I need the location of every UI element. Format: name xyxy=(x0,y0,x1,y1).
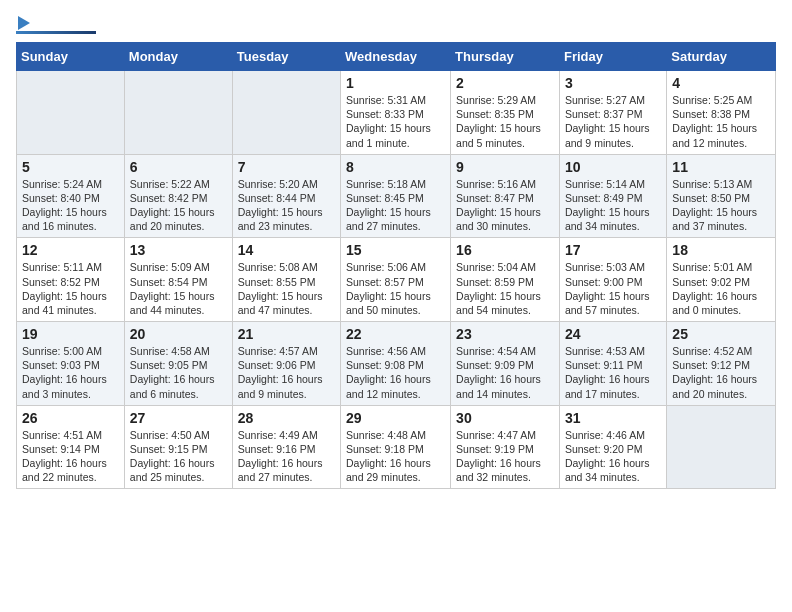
day-info: Sunrise: 5:00 AM Sunset: 9:03 PM Dayligh… xyxy=(22,345,107,400)
day-info: Sunrise: 5:29 AM Sunset: 8:35 PM Dayligh… xyxy=(456,94,541,149)
calendar-week-5: 26Sunrise: 4:51 AM Sunset: 9:14 PM Dayli… xyxy=(17,405,776,489)
calendar-cell: 28Sunrise: 4:49 AM Sunset: 9:16 PM Dayli… xyxy=(232,405,340,489)
calendar-cell: 10Sunrise: 5:14 AM Sunset: 8:49 PM Dayli… xyxy=(559,154,666,238)
day-info: Sunrise: 5:22 AM Sunset: 8:42 PM Dayligh… xyxy=(130,178,215,233)
day-info: Sunrise: 5:24 AM Sunset: 8:40 PM Dayligh… xyxy=(22,178,107,233)
calendar-cell: 27Sunrise: 4:50 AM Sunset: 9:15 PM Dayli… xyxy=(124,405,232,489)
calendar-cell: 22Sunrise: 4:56 AM Sunset: 9:08 PM Dayli… xyxy=(341,322,451,406)
day-info: Sunrise: 5:16 AM Sunset: 8:47 PM Dayligh… xyxy=(456,178,541,233)
day-info: Sunrise: 5:04 AM Sunset: 8:59 PM Dayligh… xyxy=(456,261,541,316)
logo-arrow-icon xyxy=(18,16,30,30)
calendar-cell: 19Sunrise: 5:00 AM Sunset: 9:03 PM Dayli… xyxy=(17,322,125,406)
calendar-cell: 24Sunrise: 4:53 AM Sunset: 9:11 PM Dayli… xyxy=(559,322,666,406)
day-number: 15 xyxy=(346,242,445,258)
day-number: 1 xyxy=(346,75,445,91)
calendar-cell: 4Sunrise: 5:25 AM Sunset: 8:38 PM Daylig… xyxy=(667,71,776,155)
day-number: 4 xyxy=(672,75,770,91)
day-number: 26 xyxy=(22,410,119,426)
calendar-cell: 21Sunrise: 4:57 AM Sunset: 9:06 PM Dayli… xyxy=(232,322,340,406)
calendar-cell: 25Sunrise: 4:52 AM Sunset: 9:12 PM Dayli… xyxy=(667,322,776,406)
weekday-header-thursday: Thursday xyxy=(451,43,560,71)
calendar-cell: 20Sunrise: 4:58 AM Sunset: 9:05 PM Dayli… xyxy=(124,322,232,406)
day-info: Sunrise: 4:50 AM Sunset: 9:15 PM Dayligh… xyxy=(130,429,215,484)
logo-underline xyxy=(16,31,96,34)
day-info: Sunrise: 5:08 AM Sunset: 8:55 PM Dayligh… xyxy=(238,261,323,316)
calendar-week-1: 1Sunrise: 5:31 AM Sunset: 8:33 PM Daylig… xyxy=(17,71,776,155)
day-number: 10 xyxy=(565,159,661,175)
calendar-cell: 23Sunrise: 4:54 AM Sunset: 9:09 PM Dayli… xyxy=(451,322,560,406)
day-number: 9 xyxy=(456,159,554,175)
weekday-header-saturday: Saturday xyxy=(667,43,776,71)
calendar-cell: 17Sunrise: 5:03 AM Sunset: 9:00 PM Dayli… xyxy=(559,238,666,322)
day-number: 14 xyxy=(238,242,335,258)
calendar-week-4: 19Sunrise: 5:00 AM Sunset: 9:03 PM Dayli… xyxy=(17,322,776,406)
weekday-header-friday: Friday xyxy=(559,43,666,71)
day-number: 13 xyxy=(130,242,227,258)
day-info: Sunrise: 5:31 AM Sunset: 8:33 PM Dayligh… xyxy=(346,94,431,149)
day-info: Sunrise: 5:20 AM Sunset: 8:44 PM Dayligh… xyxy=(238,178,323,233)
day-info: Sunrise: 5:11 AM Sunset: 8:52 PM Dayligh… xyxy=(22,261,107,316)
calendar-cell: 2Sunrise: 5:29 AM Sunset: 8:35 PM Daylig… xyxy=(451,71,560,155)
calendar-cell: 26Sunrise: 4:51 AM Sunset: 9:14 PM Dayli… xyxy=(17,405,125,489)
day-info: Sunrise: 4:53 AM Sunset: 9:11 PM Dayligh… xyxy=(565,345,650,400)
day-number: 30 xyxy=(456,410,554,426)
calendar-cell: 11Sunrise: 5:13 AM Sunset: 8:50 PM Dayli… xyxy=(667,154,776,238)
calendar-cell xyxy=(232,71,340,155)
day-info: Sunrise: 4:51 AM Sunset: 9:14 PM Dayligh… xyxy=(22,429,107,484)
day-number: 5 xyxy=(22,159,119,175)
weekday-header-monday: Monday xyxy=(124,43,232,71)
page-header xyxy=(16,16,776,34)
calendar-cell: 18Sunrise: 5:01 AM Sunset: 9:02 PM Dayli… xyxy=(667,238,776,322)
day-number: 11 xyxy=(672,159,770,175)
day-number: 29 xyxy=(346,410,445,426)
day-number: 20 xyxy=(130,326,227,342)
day-number: 7 xyxy=(238,159,335,175)
calendar-week-3: 12Sunrise: 5:11 AM Sunset: 8:52 PM Dayli… xyxy=(17,238,776,322)
weekday-header-wednesday: Wednesday xyxy=(341,43,451,71)
day-number: 8 xyxy=(346,159,445,175)
day-info: Sunrise: 4:54 AM Sunset: 9:09 PM Dayligh… xyxy=(456,345,541,400)
day-number: 16 xyxy=(456,242,554,258)
weekday-header-sunday: Sunday xyxy=(17,43,125,71)
calendar-cell: 8Sunrise: 5:18 AM Sunset: 8:45 PM Daylig… xyxy=(341,154,451,238)
day-number: 18 xyxy=(672,242,770,258)
day-number: 12 xyxy=(22,242,119,258)
calendar-cell: 13Sunrise: 5:09 AM Sunset: 8:54 PM Dayli… xyxy=(124,238,232,322)
day-number: 31 xyxy=(565,410,661,426)
day-number: 2 xyxy=(456,75,554,91)
calendar-cell: 15Sunrise: 5:06 AM Sunset: 8:57 PM Dayli… xyxy=(341,238,451,322)
calendar-cell xyxy=(17,71,125,155)
day-info: Sunrise: 5:25 AM Sunset: 8:38 PM Dayligh… xyxy=(672,94,757,149)
calendar-cell: 31Sunrise: 4:46 AM Sunset: 9:20 PM Dayli… xyxy=(559,405,666,489)
calendar-cell xyxy=(124,71,232,155)
day-number: 24 xyxy=(565,326,661,342)
calendar-cell: 9Sunrise: 5:16 AM Sunset: 8:47 PM Daylig… xyxy=(451,154,560,238)
day-number: 6 xyxy=(130,159,227,175)
day-info: Sunrise: 5:03 AM Sunset: 9:00 PM Dayligh… xyxy=(565,261,650,316)
day-number: 21 xyxy=(238,326,335,342)
calendar-cell: 1Sunrise: 5:31 AM Sunset: 8:33 PM Daylig… xyxy=(341,71,451,155)
weekday-header-tuesday: Tuesday xyxy=(232,43,340,71)
day-info: Sunrise: 5:14 AM Sunset: 8:49 PM Dayligh… xyxy=(565,178,650,233)
day-info: Sunrise: 4:58 AM Sunset: 9:05 PM Dayligh… xyxy=(130,345,215,400)
calendar-cell: 12Sunrise: 5:11 AM Sunset: 8:52 PM Dayli… xyxy=(17,238,125,322)
calendar-cell: 7Sunrise: 5:20 AM Sunset: 8:44 PM Daylig… xyxy=(232,154,340,238)
calendar-cell: 16Sunrise: 5:04 AM Sunset: 8:59 PM Dayli… xyxy=(451,238,560,322)
weekday-header-row: SundayMondayTuesdayWednesdayThursdayFrid… xyxy=(17,43,776,71)
day-number: 22 xyxy=(346,326,445,342)
day-number: 28 xyxy=(238,410,335,426)
day-number: 23 xyxy=(456,326,554,342)
day-info: Sunrise: 4:52 AM Sunset: 9:12 PM Dayligh… xyxy=(672,345,757,400)
calendar-cell xyxy=(667,405,776,489)
calendar-cell: 29Sunrise: 4:48 AM Sunset: 9:18 PM Dayli… xyxy=(341,405,451,489)
day-info: Sunrise: 4:56 AM Sunset: 9:08 PM Dayligh… xyxy=(346,345,431,400)
calendar-cell: 3Sunrise: 5:27 AM Sunset: 8:37 PM Daylig… xyxy=(559,71,666,155)
day-info: Sunrise: 4:48 AM Sunset: 9:18 PM Dayligh… xyxy=(346,429,431,484)
day-info: Sunrise: 4:46 AM Sunset: 9:20 PM Dayligh… xyxy=(565,429,650,484)
calendar-cell: 30Sunrise: 4:47 AM Sunset: 9:19 PM Dayli… xyxy=(451,405,560,489)
day-info: Sunrise: 5:09 AM Sunset: 8:54 PM Dayligh… xyxy=(130,261,215,316)
day-info: Sunrise: 4:49 AM Sunset: 9:16 PM Dayligh… xyxy=(238,429,323,484)
day-number: 17 xyxy=(565,242,661,258)
day-info: Sunrise: 5:01 AM Sunset: 9:02 PM Dayligh… xyxy=(672,261,757,316)
day-info: Sunrise: 5:18 AM Sunset: 8:45 PM Dayligh… xyxy=(346,178,431,233)
